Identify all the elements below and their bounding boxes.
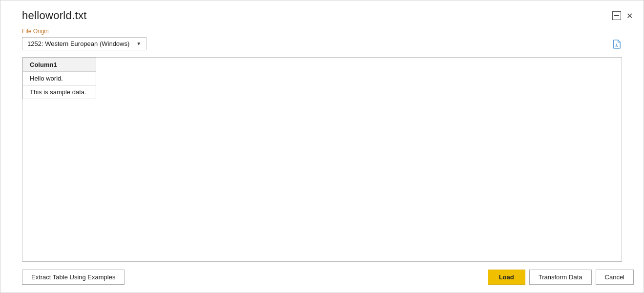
title-bar: helloworld.txt ✕	[0, 0, 644, 22]
table-cell: This is sample data.	[23, 85, 96, 99]
file-origin-label: File Origin	[22, 28, 622, 35]
data-preview: Column1 Hello world.This is sample data.	[22, 57, 622, 262]
refresh-icon[interactable]	[611, 39, 622, 49]
extract-table-button[interactable]: Extract Table Using Examples	[22, 270, 125, 285]
transform-data-button[interactable]: Transform Data	[529, 270, 592, 285]
close-button[interactable]: ✕	[625, 11, 634, 20]
table-cell: Hello world.	[23, 72, 96, 85]
file-origin-row: 1252: Western European (Windows) ▼	[22, 37, 622, 50]
footer-right: Load Transform Data Cancel	[488, 270, 634, 285]
chevron-down-icon: ▼	[136, 41, 141, 46]
data-table: Column1 Hello world.This is sample data.	[22, 58, 96, 99]
footer: Extract Table Using Examples Load Transf…	[0, 262, 644, 293]
content-area: File Origin 1252: Western European (Wind…	[0, 22, 644, 262]
file-origin-dropdown[interactable]: 1252: Western European (Windows) ▼	[22, 37, 146, 50]
cancel-button[interactable]: Cancel	[596, 270, 634, 285]
column1-header: Column1	[23, 58, 96, 72]
table-row: This is sample data.	[23, 85, 96, 99]
window-title: helloworld.txt	[22, 9, 87, 22]
footer-left: Extract Table Using Examples	[22, 270, 125, 285]
window-controls: ✕	[612, 9, 634, 20]
main-window: helloworld.txt ✕ File Origin 1252: Weste…	[0, 0, 644, 293]
load-button[interactable]: Load	[488, 270, 525, 285]
table-row: Hello world.	[23, 72, 96, 85]
svg-rect-0	[614, 15, 619, 16]
dropdown-value: 1252: Western European (Windows)	[27, 40, 129, 47]
minimize-button[interactable]	[612, 11, 621, 20]
